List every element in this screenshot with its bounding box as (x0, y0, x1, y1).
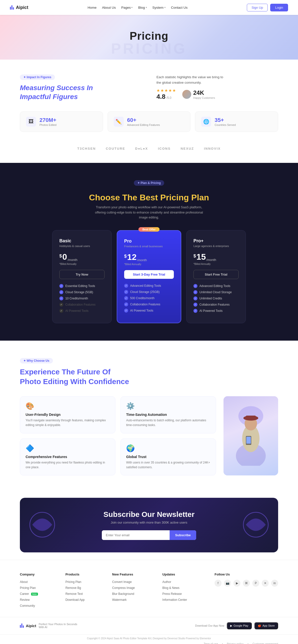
plan-feature-proplus-1: ✓ Unlimited Cloud Storage (194, 290, 239, 294)
plan-billed-proplus: *Billed Annually (194, 263, 239, 266)
stat-info-1: 60+ Advanced Editing Features (127, 117, 160, 126)
partner-logo-1: COUTURE (106, 147, 125, 150)
partner-logo-5: INNOVIX (204, 147, 220, 150)
why-features: 🎨 User-Friendly Design You'll navigate s… (20, 396, 216, 476)
newsletter-box: Subscribe Our Newsletter Join our commun… (20, 498, 278, 552)
sign-up-button[interactable]: Sign Up (247, 4, 268, 12)
footer-link-removetext[interactable]: Remove Text (65, 592, 83, 596)
impact-section: ✦ Impact In Figures Measuring Success In… (0, 60, 298, 112)
footer-link-review[interactable]: Review (20, 598, 30, 602)
newsletter-email-input[interactable] (102, 530, 170, 540)
stat-label-0: Photos Edited (40, 124, 56, 126)
plan-feature-pro-3: ✓ Collaboration Features (124, 302, 174, 306)
check-icon: ✓ (59, 296, 63, 300)
why-card-3: 🌍 Global Trust With users in over 35 cou… (120, 438, 216, 476)
stars: ★★★★★ (156, 88, 176, 93)
check-icon: ✓ (194, 284, 198, 288)
footer-link-compressimage[interactable]: Compress Image (112, 586, 135, 590)
nav-pages[interactable]: Pages ▾ (121, 6, 132, 10)
nav-contact[interactable]: Contact Us (171, 6, 188, 10)
featured-badge: Best Offer (138, 227, 160, 232)
nl-deco-left (27, 510, 57, 540)
download-label-block: Download Our App Now (195, 624, 224, 627)
logo[interactable]: Aipict (10, 5, 28, 10)
footer-link-career[interactable]: Career (20, 592, 29, 596)
social-facebook[interactable]: f (214, 580, 222, 587)
pricing-card-pro: Best Offer Pro Freelancers & small busin… (117, 230, 181, 323)
impact-badge: ✦ Impact In Figures (20, 74, 55, 80)
plan-sub-pro: Freelancers & small businesses (124, 245, 174, 248)
plan-sub-basic: Hobbyists & casual users (59, 244, 104, 248)
rating-block: ★★★★★ 4.8 /5.0 (156, 88, 176, 100)
nl-shape-right (241, 510, 271, 540)
footer-link-removebg[interactable]: Remove Bg (65, 586, 81, 590)
footer-link-item: Press Release (162, 592, 187, 596)
app-store-button[interactable]: 🍎 App Store (254, 622, 278, 629)
footer-link-pressrelease[interactable]: Press Release (162, 592, 182, 596)
plan-btn-basic[interactable]: Try Now (59, 270, 104, 279)
footer-link-author[interactable]: Author (162, 580, 171, 584)
svg-rect-5 (246, 416, 256, 420)
customers-row: 24K Happy Customers (182, 90, 215, 99)
nav-system[interactable]: System ▾ (152, 6, 166, 10)
login-button[interactable]: Login (270, 4, 288, 12)
plan-name-pro: Pro (124, 238, 174, 244)
social-youtube[interactable]: ▶ (234, 580, 240, 587)
footer-col-newfeatures: New Features Convert Image Compress Imag… (112, 572, 135, 610)
pricing-hero-title: Pricing (5, 30, 293, 42)
footer-link-community[interactable]: Community (20, 604, 35, 608)
footer-link-pricingplan[interactable]: Pricing Plan (65, 580, 81, 584)
footer-customer-link[interactable]: Customer agreement (252, 642, 278, 644)
footer-link-pricing[interactable]: Pricing Plan (20, 586, 36, 590)
google-play-button[interactable]: ▶ Google Play (227, 622, 252, 629)
plan-feature-basic-0: ✓ Essential Editing Tools (59, 284, 104, 288)
stat-icon-1: ✏️ (114, 117, 124, 126)
footer-link-blognews[interactable]: Blog & News (162, 586, 180, 590)
why-badge: ✦ Why Choose Us (20, 358, 53, 364)
footer-link-item: Download App (65, 598, 84, 602)
plan-feature-basic-4: ✓ AI Powered Tools (59, 309, 104, 313)
social-x[interactable]: ✕ (262, 580, 269, 587)
check-icon-inactive: ✓ (59, 303, 63, 306)
why-icon-2: 🔷 (26, 444, 110, 452)
nav-about[interactable]: About Us (102, 6, 116, 10)
rating-value: 4.8 (156, 93, 166, 100)
nav-blog[interactable]: Blog ▾ (138, 6, 147, 10)
footer-link-item: Author (162, 580, 187, 584)
footer-heading-company: Company (20, 572, 38, 576)
download-label: Download Our App Now (195, 624, 224, 627)
footer-link-downloadapp[interactable]: Download App (65, 598, 84, 602)
footer-term-link[interactable]: Term of use (204, 642, 218, 644)
nav-home[interactable]: Home (88, 6, 96, 10)
plan-feature-pro-2: ✓ 500 Credits/month (124, 296, 174, 300)
footer-brand-block: Aipict Perfect Your Photos In Seconds Wi… (20, 623, 78, 628)
footer-link-watermark[interactable]: Watermark (112, 598, 127, 602)
footer-privacy-link[interactable]: Privacy policy (227, 642, 244, 644)
footer-link-about[interactable]: About (20, 580, 28, 584)
career-new-badge: New (31, 592, 38, 596)
newsletter-subscribe-button[interactable]: Subscribe (170, 530, 196, 540)
plan-btn-pro[interactable]: Start 3-Day Free Trial (124, 270, 174, 279)
plan-btn-proplus[interactable]: Start Free Trial (194, 270, 239, 279)
plan-name-proplus: Pro+ (194, 238, 239, 244)
check-icon: ✓ (59, 284, 63, 288)
social-pinterest[interactable]: P (252, 580, 259, 587)
footer-link-item: Remove Text (65, 592, 84, 596)
plan-price-pro: $12/month (124, 252, 147, 263)
stat-info-0: 270M+ Photos Edited (40, 117, 56, 126)
social-github[interactable]: ⌘ (243, 580, 250, 587)
footer-col-products: Products Pricing Plan Remove Bg Remove T… (65, 572, 84, 610)
pricing-card-proplus: Pro+ Large agencies & enterprises $15/mo… (186, 230, 246, 323)
footer-link-infocenter[interactable]: Information Center (162, 598, 187, 602)
svg-rect-7 (246, 437, 251, 444)
logo-bar-1 (10, 7, 11, 10)
hero-watermark: PRICING (0, 40, 298, 57)
footer-heading-newfeatures: New Features (112, 572, 135, 576)
footer-link-blurbg[interactable]: Blur Background (112, 592, 134, 596)
footer-follow-heading: Follow Us (214, 572, 278, 576)
footer-copyright: Copyright © 2024 Aipict Saas AI Photo Ed… (0, 634, 298, 642)
partner-logo-3: ICONS (158, 147, 170, 150)
footer-link-convertimage[interactable]: Convert Image (112, 580, 132, 584)
social-instagram[interactable]: 📷 (224, 580, 231, 587)
social-linkedin[interactable]: in (271, 580, 278, 587)
